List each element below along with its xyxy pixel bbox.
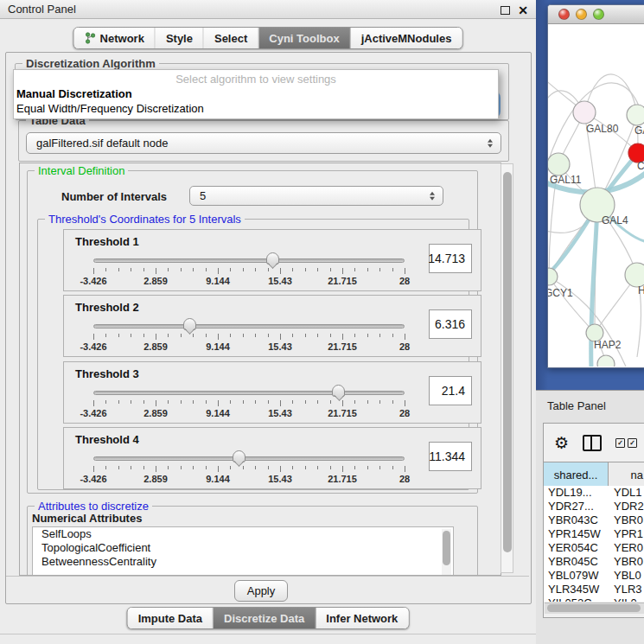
- slider-tick: [280, 268, 281, 274]
- threshold-value-field[interactable]: 11.344: [429, 442, 472, 471]
- network-node[interactable]: [625, 263, 644, 287]
- table-row[interactable]: YER054CYER0: [544, 541, 644, 555]
- slider-track: [93, 258, 405, 263]
- table-row[interactable]: YPR145WYPR1: [544, 527, 644, 541]
- thresholds-group-label: Threshold's Coordinates for 5 Intervals: [45, 213, 245, 226]
- table-row[interactable]: YLR345WYLR3: [544, 583, 644, 596]
- slider-tick: [342, 400, 343, 406]
- slider-tick: [143, 466, 144, 469]
- node-label-gal80: GAL80: [586, 123, 619, 135]
- threshold-value-field[interactable]: 21.4: [429, 376, 472, 405]
- tab-label: jActiveMNodules: [361, 32, 452, 45]
- slider-thumb[interactable]: [266, 252, 279, 265]
- tab-select[interactable]: Select: [204, 28, 258, 48]
- number-of-intervals-combobox[interactable]: 5: [189, 186, 443, 206]
- algorithm-option-equal-width[interactable]: Equal Width/Frequency Discretization: [16, 102, 204, 115]
- table-data-combobox[interactable]: galFiltered.sif default node: [26, 132, 501, 154]
- threshold-slider[interactable]: -3.4262.8599.14415.4321.71528: [93, 252, 405, 287]
- algorithm-placeholder: Select algorithm to view settings: [14, 73, 498, 86]
- slider-tick: [305, 334, 306, 337]
- numerical-attributes-list[interactable]: SelfLoopsTopologicalCoefficientBetweenne…: [32, 526, 454, 576]
- table-row[interactable]: YIL052CYIL0: [544, 596, 644, 602]
- close-icon[interactable]: ✕: [518, 2, 528, 19]
- slider-tick: [330, 268, 331, 271]
- table-row[interactable]: YBL079WYBL0: [544, 569, 644, 583]
- threshold-label: Threshold 2: [75, 301, 139, 314]
- network-canvas[interactable]: GAL80GACGAL11GAL4GCY1HHAP2: [548, 24, 644, 367]
- algorithm-option-manual[interactable]: Manual Discretization: [16, 87, 132, 100]
- columns-icon[interactable]: [583, 435, 602, 451]
- slider-tick: [379, 400, 380, 404]
- slider-tick: [168, 466, 169, 469]
- float-window-icon[interactable]: [501, 6, 510, 15]
- cell-shared-name: YLR345W: [544, 583, 609, 596]
- list-item[interactable]: BetweennessCentrality: [33, 555, 453, 569]
- slider-tick: [206, 334, 207, 337]
- threshold-slider[interactable]: -3.4262.8599.14415.4321.71528: [93, 318, 405, 353]
- checkbox-icon[interactable]: ✓: [628, 438, 637, 448]
- slider-tick-label: 21.715: [328, 341, 357, 352]
- threshold-value-field[interactable]: 6.316: [429, 309, 472, 339]
- slider-tick: [118, 268, 119, 271]
- slider-tick: [230, 268, 231, 271]
- slider-tick-label: 9.144: [206, 341, 230, 352]
- slider-tick: [243, 466, 244, 469]
- table-rows: YDL19...YDL1YDR27...YDR2YBR043CYBR0YPR14…: [544, 486, 644, 602]
- table-row[interactable]: YDR27...YDR2: [544, 500, 644, 513]
- slider-tick: [255, 268, 256, 271]
- slider-tick-label: 28: [399, 474, 410, 484]
- screen: Control Panel ✕ NetworkStyleSelectCyni T…: [0, 0, 644, 644]
- network-node[interactable]: [597, 355, 615, 367]
- table-row[interactable]: YBR043CYBR0: [544, 513, 644, 527]
- close-traffic-light[interactable]: [558, 9, 570, 20]
- select-columns-icons[interactable]: ✓✓: [615, 438, 637, 448]
- apply-row-divider: [6, 576, 529, 577]
- scrollbar-thumb[interactable]: [547, 604, 641, 612]
- list-item[interactable]: TopologicalCoefficient: [33, 541, 453, 555]
- tab-network[interactable]: Network: [74, 28, 156, 48]
- slider-tick-label: 28: [399, 341, 410, 352]
- slider-tick: [354, 466, 355, 469]
- zoom-traffic-light[interactable]: [593, 9, 604, 20]
- threshold-slider[interactable]: -3.4262.8599.14415.4321.71528: [93, 385, 405, 419]
- apply-button[interactable]: Apply: [234, 580, 288, 602]
- slider-tick: [330, 400, 331, 404]
- numerical-attributes-label: Numerical Attributes: [32, 512, 142, 525]
- network-node[interactable]: [573, 101, 596, 124]
- checkbox-icon[interactable]: ✓: [615, 438, 625, 448]
- threshold-slider[interactable]: -3.4262.8599.14415.4321.71528: [93, 450, 405, 485]
- tab-infer-network[interactable]: Infer Network: [316, 608, 408, 628]
- slider-tick: [268, 400, 269, 404]
- tab-style[interactable]: Style: [156, 28, 204, 48]
- network-graph[interactable]: GAL80GACGAL11GAL4GCY1HHAP2: [548, 24, 644, 367]
- network-node[interactable]: [627, 105, 644, 125]
- threshold-value-field[interactable]: 14.713: [429, 244, 472, 273]
- gear-icon[interactable]: ⚙: [554, 435, 569, 451]
- network-icon: [85, 32, 96, 44]
- threshold-label: Threshold 4: [75, 433, 139, 446]
- table-row[interactable]: YBR045CYBR0: [544, 555, 644, 569]
- attributes-list-scrollbar[interactable]: [442, 529, 451, 576]
- cell-name: YDL1: [609, 486, 644, 500]
- list-item[interactable]: SelfLoops: [33, 527, 453, 541]
- column-header-shared[interactable]: shared...: [544, 462, 609, 487]
- slider-thumb[interactable]: [183, 318, 196, 330]
- network-node[interactable]: [548, 153, 570, 175]
- minimize-traffic-light[interactable]: [576, 9, 587, 20]
- combo-arrows-icon: [488, 138, 493, 148]
- slider-tick: [354, 334, 355, 337]
- slider-tick-label: 2.859: [143, 474, 168, 484]
- tab-jactivemnodules[interactable]: jActiveMNodules: [351, 28, 462, 48]
- network-node[interactable]: [548, 268, 558, 285]
- panel-vertical-scrollbar[interactable]: [501, 163, 513, 573]
- table-horizontal-scrollbar[interactable]: [545, 603, 644, 614]
- slider-thumb[interactable]: [332, 385, 345, 397]
- tab-cyni-toolbox[interactable]: Cyni Toolbox: [258, 28, 350, 48]
- slider-thumb[interactable]: [233, 450, 245, 462]
- tab-label: Select: [214, 32, 247, 45]
- tab-discretize-data[interactable]: Discretize Data: [214, 608, 316, 628]
- tab-impute-data[interactable]: Impute Data: [128, 608, 214, 628]
- scrollbar-thumb[interactable]: [503, 172, 512, 552]
- column-header-na[interactable]: na: [609, 462, 644, 487]
- table-row[interactable]: YDL19...YDL1: [544, 486, 644, 500]
